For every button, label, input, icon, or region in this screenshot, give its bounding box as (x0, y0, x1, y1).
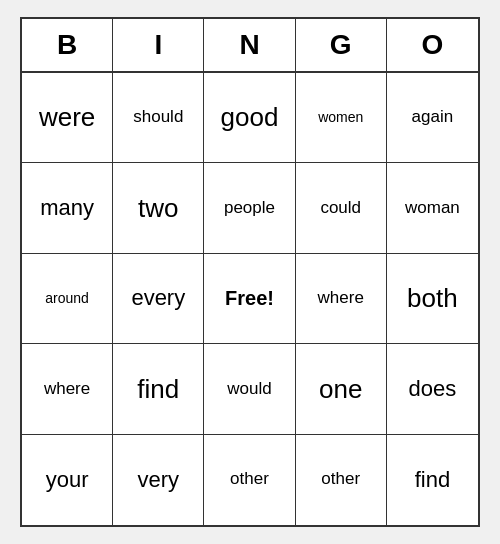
cell-text-r3-c4: does (409, 377, 457, 401)
bingo-header: BINGO (22, 19, 478, 73)
cell-r3-c3: one (296, 344, 387, 434)
cell-text-r4-c3: other (321, 470, 360, 489)
cell-r2-c1: every (113, 254, 204, 344)
cell-r3-c2: would (204, 344, 295, 434)
cell-text-r0-c2: good (221, 103, 279, 132)
cell-r4-c0: your (22, 435, 113, 525)
cell-r0-c4: again (387, 73, 478, 163)
header-letter-O: O (387, 19, 478, 71)
cell-r4-c1: very (113, 435, 204, 525)
cell-r3-c0: where (22, 344, 113, 434)
cell-text-r2-c0: around (45, 291, 89, 306)
cell-r1-c1: two (113, 163, 204, 253)
cell-r1-c4: woman (387, 163, 478, 253)
cell-r4-c4: find (387, 435, 478, 525)
cell-text-r0-c1: should (133, 108, 183, 127)
header-letter-N: N (204, 19, 295, 71)
cell-r3-c1: find (113, 344, 204, 434)
cell-text-r0-c4: again (412, 108, 454, 127)
cell-r1-c2: people (204, 163, 295, 253)
cell-text-r1-c1: two (138, 194, 178, 223)
header-letter-G: G (296, 19, 387, 71)
cell-text-r1-c2: people (224, 199, 275, 218)
cell-text-r3-c0: where (44, 380, 90, 399)
cell-r2-c4: both (387, 254, 478, 344)
cell-r2-c3: where (296, 254, 387, 344)
cell-text-r4-c2: other (230, 470, 269, 489)
bingo-card: BINGO wereshouldgoodwomenagainmanytwopeo… (20, 17, 480, 527)
cell-text-r3-c2: would (227, 380, 271, 399)
cell-text-r4-c1: very (138, 468, 180, 492)
cell-text-r2-c2: Free! (225, 287, 274, 309)
cell-text-r4-c4: find (415, 468, 450, 492)
cell-text-r2-c4: both (407, 284, 458, 313)
cell-text-r3-c1: find (137, 375, 179, 404)
cell-r3-c4: does (387, 344, 478, 434)
bingo-grid: wereshouldgoodwomenagainmanytwopeoplecou… (22, 73, 478, 525)
header-letter-B: B (22, 19, 113, 71)
cell-text-r2-c1: every (131, 286, 185, 310)
header-letter-I: I (113, 19, 204, 71)
cell-text-r2-c3: where (318, 289, 364, 308)
cell-text-r1-c3: could (320, 199, 361, 218)
cell-r0-c0: were (22, 73, 113, 163)
cell-r0-c2: good (204, 73, 295, 163)
cell-text-r3-c3: one (319, 375, 362, 404)
cell-text-r4-c0: your (46, 468, 89, 492)
cell-r0-c1: should (113, 73, 204, 163)
cell-r0-c3: women (296, 73, 387, 163)
cell-text-r1-c0: many (40, 196, 94, 220)
cell-r2-c2: Free! (204, 254, 295, 344)
cell-r4-c2: other (204, 435, 295, 525)
cell-r4-c3: other (296, 435, 387, 525)
cell-text-r0-c0: were (39, 103, 95, 132)
cell-text-r1-c4: woman (405, 199, 460, 218)
cell-r1-c3: could (296, 163, 387, 253)
cell-text-r0-c3: women (318, 110, 363, 125)
cell-r1-c0: many (22, 163, 113, 253)
cell-r2-c0: around (22, 254, 113, 344)
